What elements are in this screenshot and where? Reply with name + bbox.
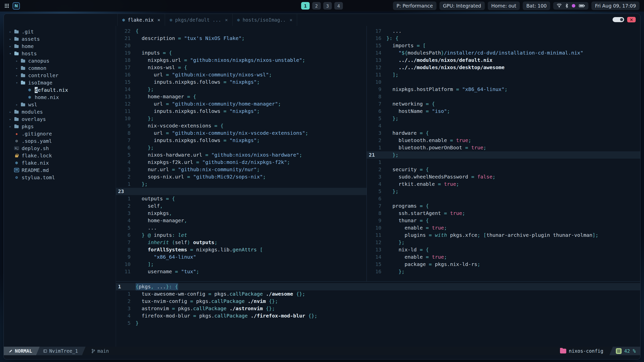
code-line[interactable]: 7 inherit (self) outputs; [116,239,367,246]
code-line[interactable]: 8 forAllSystems = nixpkgs.lib.genAttrs [ [116,246,367,253]
workspace-button-4[interactable]: 4 [334,2,343,10]
code-line[interactable]: 2 security = { [367,166,640,173]
code-line[interactable]: 13 nix-ld = { [367,246,640,253]
code-line[interactable]: 5} [116,320,640,327]
code-line[interactable]: 15 inputs.nixpkgs.follows = "nixpkgs"; [116,78,367,86]
tree-item-modules[interactable]: ▸modules [4,108,116,115]
bluetooth-icon[interactable] [565,4,568,8]
tree-item-flake-nix[interactable]: ❄flake.nix [4,159,116,166]
code-line[interactable]: 21 }; [367,151,640,159]
code-line[interactable]: 5 nixos-hardware.url = "github:nixos/nix… [116,151,367,159]
code-line[interactable]: 3 sudo.wheelNeedsPassword = false; [367,173,640,180]
code-line[interactable]: 18 nixpkgs.url = "github:nixos/nixpkgs/n… [116,57,367,64]
code-line[interactable]: 16 url = "github:nix-community/nixos-wsl… [116,71,367,78]
code-line[interactable]: 9 "x86_64-linux" [116,253,367,261]
close-icon[interactable]: × [290,17,292,23]
code-line[interactable]: 13 ../../modules/nixos/default.nix [367,57,640,64]
code-line[interactable]: 12 }; [367,239,640,246]
close-icon[interactable]: × [225,17,228,23]
code-line[interactable]: 4 nixpkgs-f2k.url = "github:moni-dz/nixp… [116,159,367,166]
code-line[interactable]: 23 [116,188,367,195]
tree-item-deploy-sh[interactable]: >_deploy.sh [4,145,116,152]
workspace-button-2[interactable]: 2 [312,2,321,10]
code-line[interactable]: 9 nix-vscode-extensions = { [116,122,367,129]
code-line[interactable]: 16}: { [367,35,640,42]
tree-item-hosts[interactable]: ▾hosts [4,50,116,57]
code-line[interactable]: 14 }; [116,86,367,93]
code-line[interactable]: 3 nixpkgs, [116,210,367,217]
code-line[interactable]: 14 enable = true; [367,253,640,261]
tree-item-readme-md[interactable]: MREADME.md [4,166,116,174]
app-icon[interactable]: N [13,2,20,10]
tree-item-home-nix[interactable]: ❄home.nix [4,94,116,101]
code-line[interactable]: 5 ... [116,224,367,232]
tree-item-isoimage[interactable]: ▾isoImage [4,79,116,86]
tab-hosts-isoimag[interactable]: ❄hosts/isoImag..× [233,14,297,26]
code-line[interactable]: 11 ]; [367,71,640,78]
code-line[interactable]: 2 sops-nix.url = "github:Mic92/sops-nix"… [116,173,367,180]
code-line[interactable]: 1{pkgs, ...}: { [116,283,640,290]
code-line[interactable]: 1 [367,159,640,166]
tree-item-overlays[interactable]: ▸overlays [4,115,116,123]
tree-item-sops-yaml[interactable]: ⚙.sops.yaml [4,137,116,145]
buffer-indicator[interactable]: NvimTree_1 [36,347,86,355]
code-line[interactable]: 15 imports = [ [367,42,640,49]
code-line[interactable]: 20 [116,42,367,49]
code-line[interactable]: 10 }; [116,115,367,122]
editor-pane-iso-default[interactable]: 17 ...16}: {15 imports = [14 "${modulesP… [367,26,640,281]
tree-item-home[interactable]: ▸home [4,42,116,50]
code-line[interactable]: 8 ssh.startAgent = true; [367,210,640,217]
tree-item-git[interactable]: ▸.git [4,28,116,35]
code-line[interactable]: 9 nixpkgs.hostPlatform = "x86_64-linux"; [367,86,640,93]
code-line[interactable]: 3 nur.url = "github:nix-community/nur"; [116,166,367,173]
code-line[interactable]: 17 nixos-wsl = { [116,64,367,71]
tree-item-canopus[interactable]: ▸canopus [4,57,116,64]
workspace-button-3[interactable]: 3 [323,2,332,10]
tree-item-assets[interactable]: ▸assets [4,35,116,42]
code-line[interactable]: 10 [367,78,640,86]
window-toggle-button[interactable] [613,17,624,22]
tree-item-flake-lock[interactable]: flake.lock [4,152,116,159]
tab-flake-nix[interactable]: ❄flake.nix× [117,14,165,26]
code-line[interactable]: 3 astronvim = pkgs.callPackage ./astronv… [116,305,640,312]
tree-item-wsl[interactable]: ▸wsl [4,101,116,108]
code-line[interactable]: 4 [367,122,640,129]
launcher-icon[interactable] [5,4,9,8]
code-line[interactable]: 3 hardware = { [367,129,640,137]
code-line[interactable]: 4 home-manager, [116,217,367,224]
tab-pkgs-default[interactable]: ❄pkgs/default ...× [165,14,232,26]
code-line[interactable]: 5 }; [367,188,640,195]
editor-pane-flake[interactable]: 22{21 description = "tux's NixOS Flake";… [116,26,367,281]
code-line[interactable]: 16 }; [367,268,640,275]
workspace-button-1[interactable]: 1 [301,2,310,10]
code-line[interactable]: 17 ... [367,27,640,35]
code-line[interactable]: 7 networking = { [367,100,640,108]
code-line[interactable]: 12 ../../modules/nixos/desktop/awesome [367,64,640,71]
code-line[interactable]: 19 inputs = { [116,49,367,57]
code-line[interactable]: 8 url = "github:nix-community/nix-vscode… [116,129,367,137]
code-line[interactable]: 7 programs = { [367,202,640,210]
code-line[interactable]: 4 rtkit.enable = true; [367,180,640,188]
tree-item-controller[interactable]: ▸controller [4,72,116,79]
tree-item-stylua-toml[interactable]: ⚙stylua.toml [4,174,116,181]
close-icon[interactable]: × [157,17,160,23]
code-line[interactable]: 21 description = "tux's NixOS Flake"; [116,35,367,42]
tree-item-gitignore[interactable]: ◆.gitignore [4,130,116,137]
code-line[interactable]: 6 } @ inputs: let [116,232,367,239]
code-line[interactable]: 8 [367,93,640,100]
tree-item-default-nix[interactable]: ❄default.nix [4,86,116,94]
code-line[interactable]: 2 self, [116,202,367,210]
code-line[interactable]: 1 tux-awesome-wm-config = pkgs.callPacka… [116,290,640,298]
code-line[interactable]: 10 ]; [116,261,367,268]
code-line[interactable]: 12 url = "github:nix-community/home-mana… [116,100,367,108]
code-line[interactable]: 2 tux-nvim-config = pkgs.callPackage ./n… [116,298,640,305]
wifi-icon[interactable] [557,4,562,8]
code-line[interactable]: 9 thunar = { [367,217,640,224]
code-line[interactable]: 4 firefox-mod-blur = pkgs.callPackage ./… [116,312,640,320]
code-line[interactable]: 14 "${modulesPath}/installer/cd-dvd/inst… [367,49,640,57]
code-line[interactable]: 11 plugins = with pkgs.xfce; [thunar-arc… [367,232,640,239]
tree-item-pkgs[interactable]: ▸pkgs [4,123,116,130]
code-line[interactable]: 2 bluetooth.enable = true; [367,137,640,144]
code-line[interactable]: 22{ [116,27,367,35]
code-line[interactable]: 5 }; [367,115,640,122]
